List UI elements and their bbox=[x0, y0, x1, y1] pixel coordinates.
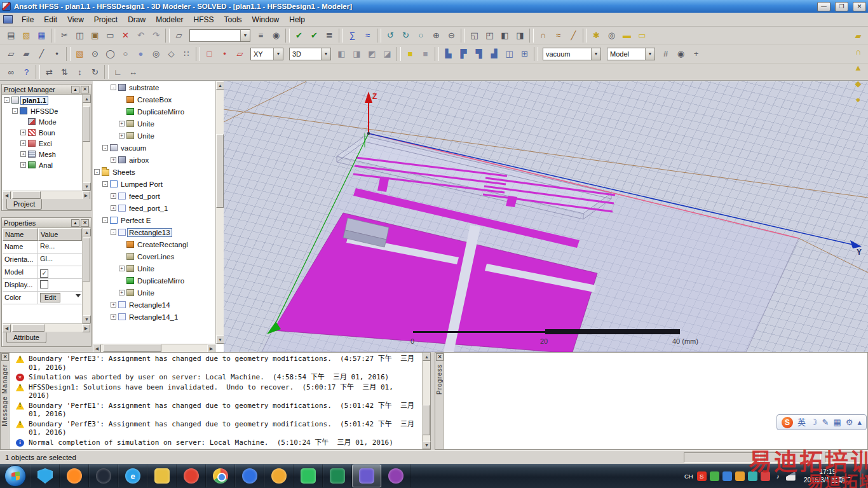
tray-music-icon[interactable] bbox=[735, 471, 745, 481]
light-icon[interactable]: ✱ bbox=[589, 29, 604, 43]
draw-region-icon[interactable]: □ bbox=[202, 47, 217, 61]
boundaries-node[interactable]: + Boun bbox=[3, 127, 83, 138]
rotate-view-icon[interactable]: ↺ bbox=[383, 29, 398, 43]
scroll-track[interactable] bbox=[11, 324, 82, 332]
render-mode-icon[interactable]: ◎ bbox=[604, 29, 619, 43]
taskbar-app-kingsoft[interactable] bbox=[264, 464, 294, 487]
results-icon[interactable]: ≣ bbox=[322, 29, 337, 43]
menu-item[interactable]: Window bbox=[247, 13, 285, 26]
mdi-child-icon[interactable] bbox=[3, 15, 13, 24]
shade-icon[interactable]: ■ bbox=[418, 47, 433, 61]
ime-halfmoon-icon[interactable]: ☽ bbox=[810, 418, 818, 426]
scroll-track[interactable] bbox=[423, 361, 430, 441]
draw-sphere-icon[interactable]: ● bbox=[133, 47, 148, 61]
tree-expander[interactable]: + bbox=[20, 162, 26, 168]
arc-tool-icon[interactable]: ∩ bbox=[536, 29, 550, 43]
ime-pen-icon[interactable]: ✎ bbox=[822, 418, 829, 426]
property-value[interactable]: Re... bbox=[38, 241, 82, 253]
taskbar-app-iqiyi[interactable] bbox=[294, 464, 323, 487]
taskbar-app-media[interactable] bbox=[381, 464, 410, 487]
taskbar-app-office[interactable] bbox=[323, 464, 352, 487]
tree-item-createrectangle[interactable]: CreateRectangl bbox=[93, 238, 215, 250]
tree-expander[interactable]: - bbox=[102, 217, 108, 223]
message-row[interactable]: Boundary 'PerfE3': Assignment has change… bbox=[10, 354, 422, 372]
chevron-down-icon[interactable]: ▼ bbox=[645, 48, 654, 60]
drawing-plane-combobox[interactable]: XY ▼ bbox=[250, 48, 283, 60]
validate-icon[interactable]: ✔ bbox=[292, 29, 306, 43]
taskbar-app-security[interactable] bbox=[31, 464, 60, 487]
menu-item[interactable]: HFSS bbox=[189, 13, 219, 26]
edge-mode-icon[interactable]: ◨ bbox=[349, 47, 364, 61]
scroll-right-icon[interactable]: ▶ bbox=[82, 324, 90, 332]
tree-item-rectangle13[interactable]: - Rectangle13 bbox=[93, 226, 215, 238]
close-icon[interactable]: ✕ bbox=[81, 219, 89, 227]
scroll-track[interactable] bbox=[83, 103, 90, 182]
scroll-down-icon[interactable]: ▼ bbox=[83, 182, 91, 191]
tree-item-lumped-port[interactable]: - Lumped Port bbox=[93, 178, 215, 190]
save-icon[interactable]: ▦ bbox=[34, 29, 49, 43]
model-combobox[interactable]: Model ▼ bbox=[607, 48, 655, 60]
pan-vertical-icon[interactable]: ⇅ bbox=[57, 65, 72, 79]
mesh-node[interactable]: + Mesh bbox=[3, 149, 83, 159]
close-button[interactable]: ✕ bbox=[853, 2, 866, 11]
ime-lang-button[interactable]: 英 bbox=[797, 418, 806, 426]
solution-data-icon[interactable]: ∑ bbox=[345, 29, 360, 43]
context-help-icon[interactable]: ? bbox=[19, 65, 34, 79]
fit-all-icon[interactable]: ◱ bbox=[467, 29, 482, 43]
boundary-display-icon[interactable]: ▬ bbox=[620, 29, 634, 43]
tree-expander[interactable]: + bbox=[20, 130, 26, 135]
line-tool-icon[interactable]: ╱ bbox=[566, 29, 581, 43]
close-icon[interactable]: ✕ bbox=[436, 353, 444, 361]
tree-expander[interactable]: + bbox=[111, 193, 116, 199]
menu-item[interactable]: Modeler bbox=[151, 13, 188, 26]
tree-item-duplicatemirror[interactable]: DuplicateMirro bbox=[93, 105, 215, 118]
tree-item-feed-port[interactable]: + feed_port bbox=[93, 190, 215, 202]
project-manager-vscrollbar[interactable]: ▲ ▼ bbox=[82, 95, 90, 191]
spin-view-icon[interactable]: ↻ bbox=[398, 29, 413, 43]
model-tree-vscrollbar[interactable]: ▲ ▼ bbox=[215, 81, 224, 344]
draw-point-icon[interactable]: • bbox=[217, 47, 232, 61]
scroll-thumb[interactable] bbox=[12, 324, 44, 332]
message-row[interactable]: HFSSDesign1: Solutions have been invalid… bbox=[10, 383, 422, 401]
tree-item-sheets[interactable]: - Sheets bbox=[93, 166, 215, 178]
scroll-thumb[interactable] bbox=[423, 405, 430, 435]
select-face-icon[interactable]: ▰ bbox=[19, 47, 34, 61]
chevron-down-icon[interactable]: ▼ bbox=[273, 48, 283, 60]
snap-icon[interactable]: ◉ bbox=[269, 29, 283, 43]
face-mode-icon[interactable]: ◧ bbox=[334, 47, 349, 61]
scroll-down-icon[interactable]: ▼ bbox=[83, 315, 91, 323]
optimetrics-icon[interactable]: ● bbox=[851, 92, 865, 106]
minimize-button[interactable]: — bbox=[817, 2, 831, 11]
message-row[interactable]: Normal completion of simulation on serve… bbox=[10, 438, 422, 448]
draw-cylinder-icon[interactable]: ⊙ bbox=[88, 47, 102, 61]
message-vscrollbar[interactable]: ▲ ▼ bbox=[422, 353, 430, 449]
scroll-track[interactable] bbox=[83, 236, 90, 315]
tray-update-icon[interactable] bbox=[722, 471, 732, 481]
scroll-thumb[interactable] bbox=[103, 344, 161, 352]
tree-expander[interactable]: - bbox=[4, 97, 10, 103]
far-field-icon[interactable]: ▲ bbox=[851, 60, 865, 74]
measure-length-icon[interactable]: ↔ bbox=[126, 65, 140, 79]
menu-item[interactable]: Draw bbox=[123, 13, 151, 26]
tree-expander[interactable]: + bbox=[111, 205, 116, 211]
close-icon[interactable]: ✕ bbox=[1, 353, 9, 361]
align-view-1-icon[interactable]: ▙ bbox=[441, 47, 456, 61]
scroll-thumb[interactable] bbox=[83, 238, 90, 281]
tab-project[interactable]: Project bbox=[6, 199, 42, 210]
property-value[interactable] bbox=[38, 279, 82, 291]
start-button[interactable] bbox=[4, 465, 26, 487]
excitations-node[interactable]: + Exci bbox=[3, 138, 83, 149]
pin-icon[interactable]: ▴ bbox=[71, 219, 79, 227]
pan-horizontal-icon[interactable]: ⇄ bbox=[42, 65, 57, 79]
plane-display-icon[interactable]: ▭ bbox=[635, 29, 649, 43]
tree-expander[interactable]: + bbox=[111, 157, 116, 163]
maximize-button[interactable]: ❐ bbox=[835, 2, 848, 11]
taskbar-app-firefox[interactable] bbox=[60, 464, 89, 487]
align-view-4-icon[interactable]: ▟ bbox=[487, 47, 501, 61]
tree-expander[interactable]: + bbox=[111, 314, 116, 320]
tray-lang-indicator[interactable]: CH bbox=[684, 471, 694, 481]
properties-hscrollbar[interactable]: ◀ ▶ bbox=[3, 323, 90, 332]
modeler-node[interactable]: Mode bbox=[3, 116, 83, 127]
property-value[interactable] bbox=[38, 266, 82, 278]
near-field-icon[interactable]: ◆ bbox=[851, 76, 865, 90]
